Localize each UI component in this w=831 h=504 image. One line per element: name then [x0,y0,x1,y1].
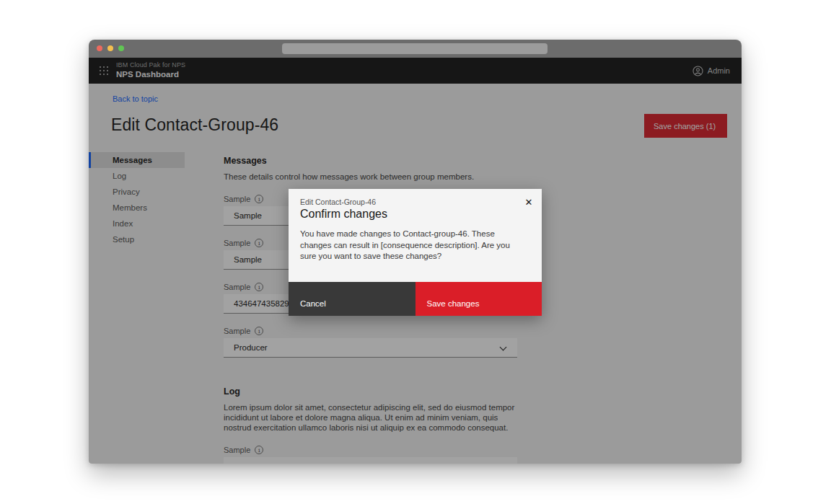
modal-save-changes-button[interactable]: Save changes [416,282,542,316]
modal-heading: Confirm changes [300,208,387,221]
modal-footer: Cancel Save changes [289,282,542,316]
address-bar[interactable] [282,43,548,54]
close-window-icon[interactable] [97,45,102,51]
browser-chrome [89,40,742,58]
browser-window: IBM Cloud Pak for NPS NPS Dashboard Admi… [89,40,742,464]
traffic-lights [97,45,124,51]
modal-body-text: You have made changes to Contact-group-4… [300,229,525,262]
cancel-button[interactable]: Cancel [289,282,416,316]
modal-context-label: Edit Contact-Group-46 [300,198,376,206]
maximize-window-icon[interactable] [118,45,124,51]
close-icon[interactable]: ✕ [519,192,539,212]
confirm-changes-modal: Edit Contact-Group-46 Confirm changes ✕ … [289,189,542,316]
minimize-window-icon[interactable] [107,45,113,51]
